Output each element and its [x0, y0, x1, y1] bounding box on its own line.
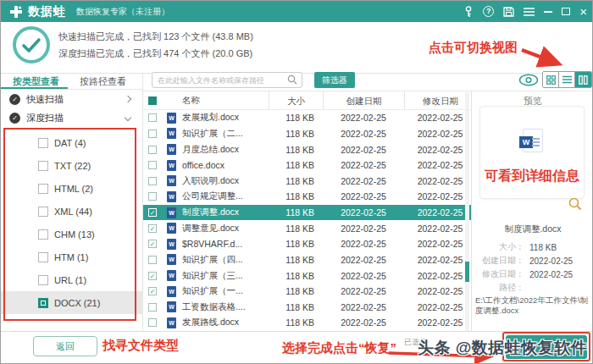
file-name: 工资数据表格....: [182, 301, 269, 313]
file-type-checkbox[interactable]: [38, 138, 48, 148]
file-size: 118 KB: [269, 317, 323, 328]
row-checkbox[interactable]: [148, 130, 157, 138]
file-type-checkbox[interactable]: [38, 252, 48, 262]
file-size: 118 KB: [269, 176, 323, 186]
table-row[interactable]: W发展路线.docx118 KB2022-02-252022-02-25: [143, 315, 471, 331]
table-row[interactable]: W知识扩展（三...118 KB2022-02-252022-02-25: [143, 267, 471, 284]
maximize-icon[interactable]: [562, 8, 570, 15]
file-type-checkbox[interactable]: [38, 207, 48, 217]
grid-view-icon[interactable]: [543, 72, 559, 87]
row-checkbox[interactable]: [148, 146, 157, 154]
file-size: 118 KB: [269, 191, 323, 201]
file-type-item[interactable]: DAT (4): [1, 131, 143, 154]
file-size: 118 KB: [269, 129, 323, 139]
tab-by-type[interactable]: 按类型查看: [1, 74, 68, 89]
modified-date: 2022-02-25: [404, 113, 471, 123]
table-row[interactable]: W调整意见.docx118 KB2022-02-252022-02-25: [143, 220, 471, 236]
menu-icon[interactable]: [524, 8, 535, 16]
table-row[interactable]: Woffice.docx118 KB2022-02-252022-02-25: [143, 157, 471, 174]
modified-date: 2022-02-25: [404, 271, 471, 281]
sidebar-item-deep-scan[interactable]: ✓ 深度扫描: [1, 108, 142, 127]
detail-row: 创建日期：2022-02-25: [472, 254, 593, 267]
list-view-icon[interactable]: [559, 72, 575, 87]
back-button[interactable]: 返回: [33, 336, 97, 356]
file-type-item[interactable]: URL (1): [1, 268, 143, 291]
file-type-item[interactable]: XML (44): [1, 200, 143, 223]
modified-date: 2022-02-25: [404, 317, 471, 328]
row-checkbox[interactable]: [148, 177, 157, 185]
table-row[interactable]: W知识扩展（二...118 KB2022-02-252022-02-25: [143, 126, 471, 142]
modified-date: 2022-02-25: [404, 239, 471, 249]
file-type-checkbox[interactable]: [38, 184, 48, 194]
tab-by-path[interactable]: 按路径查看: [68, 74, 135, 89]
sidebar: 按类型查看按路径查看 ✓ 快速扫描 ✓ 深度扫描 DAT (4)TXT (22)…: [1, 74, 143, 331]
table-row[interactable]: W知识扩展（四...118 KB2022-02-252022-02-25: [143, 252, 471, 268]
table-row[interactable]: W工资数据表格....118 KB2022-02-252022-02-25: [143, 300, 471, 316]
row-checkbox[interactable]: [148, 303, 157, 312]
help-icon[interactable]: ?: [483, 6, 494, 17]
row-checkbox[interactable]: [148, 161, 157, 169]
file-detail-list: 大小：118 KB创建日期：2022-02-25修改日期：2022-02-25路…: [472, 240, 593, 295]
row-checkbox[interactable]: [148, 287, 157, 295]
modified-date: 2022-02-25: [404, 207, 471, 218]
row-checkbox[interactable]: [148, 224, 157, 233]
table-row[interactable]: W制度调整.docx118 KB2022-02-252022-02-25: [143, 205, 471, 221]
chevron-down-icon: [125, 114, 131, 121]
preview-filename: 制度调整.docx: [472, 223, 593, 235]
filter-button[interactable]: 筛选器: [314, 72, 355, 88]
row-checkbox[interactable]: [148, 240, 157, 248]
file-type-checkbox[interactable]: [38, 275, 48, 285]
row-checkbox[interactable]: [148, 272, 157, 280]
column-header-size[interactable]: 大小: [269, 91, 323, 110]
search-input[interactable]: [152, 72, 302, 88]
file-type-checkbox[interactable]: [38, 298, 48, 308]
select-all-checkbox[interactable]: [148, 97, 157, 105]
table-row[interactable]: W发展规划.docx118 KB2022-02-252022-02-25: [143, 110, 471, 126]
file-type-item[interactable]: DOCX (21): [1, 291, 143, 314]
modified-date: 2022-02-25: [404, 302, 471, 312]
column-header-created[interactable]: 创建日期: [323, 91, 404, 110]
scrollbar-track[interactable]: [465, 92, 469, 331]
word-file-icon: W: [167, 207, 176, 218]
row-checkbox[interactable]: [148, 208, 157, 217]
eye-icon[interactable]: [518, 74, 539, 86]
detail-view-icon[interactable]: [575, 72, 591, 87]
row-checkbox[interactable]: [148, 192, 157, 201]
search-icon: [287, 74, 297, 85]
file-size: 118 KB: [269, 113, 323, 123]
row-checkbox[interactable]: [148, 256, 157, 264]
file-size: 118 KB: [269, 145, 323, 155]
file-name: 发展路线.docx: [182, 317, 269, 328]
table-row[interactable]: W月度总结.docx118 KB2022-02-252022-02-25: [143, 141, 471, 157]
column-header-name[interactable]: 名称: [182, 95, 269, 107]
scrollbar-thumb[interactable]: [465, 262, 469, 282]
close-icon[interactable]: ×: [579, 1, 587, 22]
table-row[interactable]: W入职说明.docx118 KB2022-02-252022-02-25: [143, 174, 471, 190]
sidebar-item-quick-scan[interactable]: ✓ 快速扫描: [1, 90, 142, 108]
minimize-icon[interactable]: [544, 11, 552, 13]
key-icon[interactable]: [463, 6, 474, 17]
word-file-icon: W: [167, 144, 176, 155]
row-checkbox[interactable]: [148, 318, 157, 327]
file-type-item[interactable]: HTML (2): [1, 177, 143, 200]
file-type-item[interactable]: HTM (1): [1, 245, 143, 268]
table-row[interactable]: W$R8VHARF.d...118 KB2022-02-252022-02-25: [143, 236, 471, 252]
chevron-right-icon: [125, 96, 131, 102]
created-date: 2022-02-25: [323, 113, 404, 123]
file-type-checkbox[interactable]: [38, 161, 48, 171]
save-icon[interactable]: [503, 7, 514, 17]
file-size: 118 KB: [269, 160, 323, 170]
created-date: 2022-02-25: [323, 160, 404, 170]
row-checkbox[interactable]: [148, 113, 157, 122]
word-file-icon: W: [167, 317, 176, 328]
file-type-label: HTML (2): [54, 184, 93, 194]
file-type-checkbox[interactable]: [38, 229, 48, 240]
table-row[interactable]: W公司规定调整...118 KB2022-02-252022-02-25: [143, 189, 471, 205]
created-date: 2022-02-25: [323, 255, 404, 265]
file-type-label: DOCX (21): [54, 298, 100, 308]
file-type-item[interactable]: CHM (13): [1, 223, 143, 245]
detail-row: 大小：118 KB: [472, 240, 593, 254]
file-type-item[interactable]: TXT (22): [1, 154, 143, 177]
zoom-preview-icon[interactable]: [568, 197, 582, 211]
table-row[interactable]: W知识扩展（一...118 KB2022-02-252022-02-25: [143, 284, 471, 300]
